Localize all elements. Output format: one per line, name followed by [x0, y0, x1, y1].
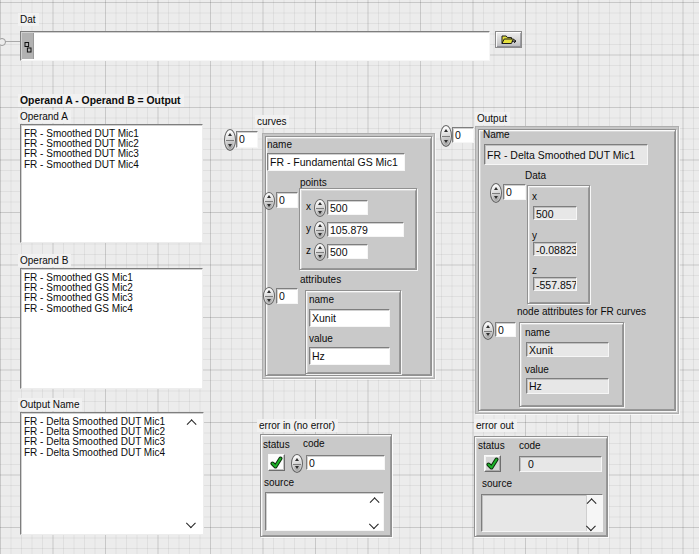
output-index-value[interactable]: 0	[452, 127, 474, 143]
increment-arrow-icon[interactable]	[267, 195, 271, 198]
error-in-label: error in (no error)	[257, 419, 338, 432]
node-attribute-name-indicator: Xunit	[526, 342, 609, 357]
attributes-label: attributes	[300, 274, 341, 285]
section-header: Operand A - Operand B = Output	[18, 94, 184, 107]
decrement-arrow-icon[interactable]	[318, 233, 322, 236]
operand-a-label: Operand A	[18, 110, 71, 123]
error-out-source-label: source	[482, 478, 512, 489]
data-z-label: z	[532, 265, 537, 276]
operand-b-listbox[interactable]: FR - Smoothed GS Mic1FR - Smoothed GS Mi…	[20, 268, 203, 389]
data-z-indicator: -557.857	[533, 277, 577, 291]
node-attribute-value-indicator: Hz	[526, 378, 609, 394]
spinner-divider	[442, 136, 450, 137]
error-out-status-label: status	[478, 440, 505, 451]
error-in-status-button[interactable]	[268, 454, 285, 471]
attribute-name-input[interactable]: Xunit	[309, 309, 390, 327]
increment-arrow-icon[interactable]	[318, 202, 322, 205]
point-z-spinner[interactable]	[314, 243, 326, 261]
path-label: Dat	[18, 13, 39, 26]
data-index-value[interactable]: 0	[503, 184, 526, 200]
point-y-input[interactable]: 105.879	[327, 222, 404, 237]
point-z-input[interactable]: 500	[327, 244, 368, 259]
path-type-strip	[22, 33, 34, 59]
decrement-arrow-icon[interactable]	[486, 333, 490, 336]
data-label: Data	[525, 170, 546, 181]
spinner-divider	[226, 140, 234, 141]
curves-label: curves	[255, 115, 289, 128]
point-x-label: x	[306, 201, 311, 212]
data-y-label: y	[532, 230, 537, 241]
error-in-code-input[interactable]: 0	[306, 455, 385, 470]
attribute-value-label: value	[309, 333, 333, 344]
decrement-arrow-icon[interactable]	[267, 299, 271, 302]
decrement-arrow-icon[interactable]	[295, 466, 299, 469]
green-check-icon	[486, 457, 499, 470]
attributes-index-spinner[interactable]	[263, 287, 275, 305]
increment-arrow-icon[interactable]	[486, 325, 490, 328]
path-input[interactable]	[20, 31, 490, 61]
increment-arrow-icon[interactable]	[295, 458, 299, 461]
data-x-label: x	[532, 191, 537, 202]
spinner-divider	[293, 464, 301, 465]
points-index-value[interactable]: 0	[276, 192, 298, 208]
point-z-label: z	[306, 245, 311, 256]
decrement-arrow-icon[interactable]	[444, 140, 448, 143]
green-check-icon	[270, 456, 283, 469]
node-attribute-value-label: value	[525, 364, 549, 375]
operand-a-listbox[interactable]: FR - Smoothed DUT Mic1FR - Smoothed DUT …	[20, 124, 203, 243]
point-x-spinner[interactable]	[314, 199, 326, 217]
decrement-arrow-icon[interactable]	[228, 144, 232, 147]
decrement-arrow-icon[interactable]	[318, 255, 322, 258]
curves-index-spinner[interactable]	[224, 129, 236, 151]
list-item[interactable]: FR - Smoothed GS Mic4	[24, 304, 202, 314]
data-index-spinner[interactable]	[490, 183, 502, 203]
error-out-code-indicator: 0	[519, 456, 602, 472]
spinner-divider	[492, 193, 500, 194]
error-out-code-label: code	[519, 440, 541, 451]
spinner-divider	[316, 208, 324, 209]
increment-arrow-icon[interactable]	[444, 129, 448, 132]
path-glyph-icon	[24, 42, 32, 53]
data-y-indicator: -0.08823	[533, 242, 577, 256]
output-name-field-label: Name	[483, 129, 510, 140]
increment-arrow-icon[interactable]	[228, 133, 232, 136]
output-name-listbox[interactable]: FR - Delta Smoothed DUT Mic1FR - Delta S…	[20, 412, 204, 535]
error-in-code-spinner[interactable]	[291, 454, 303, 473]
increment-arrow-icon[interactable]	[318, 246, 322, 249]
curves-index-value[interactable]: 0	[236, 131, 258, 148]
points-index-spinner[interactable]	[263, 192, 275, 210]
browse-button[interactable]	[495, 31, 522, 48]
list-item[interactable]: FR - Delta Smoothed DUT Mic4	[24, 448, 203, 458]
decrement-arrow-icon[interactable]	[267, 204, 271, 207]
node-attributes-label: node attributes for FR curves	[517, 306, 646, 317]
increment-arrow-icon[interactable]	[318, 224, 322, 227]
output-index-spinner[interactable]	[440, 125, 452, 147]
error-out-source-indicator	[481, 494, 603, 532]
increment-arrow-icon[interactable]	[267, 290, 271, 293]
point-y-spinner[interactable]	[314, 221, 326, 239]
list-item[interactable]: FR - Smoothed DUT Mic4	[24, 160, 202, 170]
spinner-divider	[265, 201, 273, 202]
output-label: Output	[475, 112, 510, 125]
point-y-label: y	[306, 223, 311, 234]
decrement-arrow-icon[interactable]	[494, 196, 498, 199]
node-attribute-name-label: name	[525, 327, 550, 338]
error-in-source-input[interactable]	[265, 492, 384, 531]
data-x-indicator: 500	[533, 206, 577, 220]
output-name-label: Output Name	[18, 398, 82, 411]
curves-name-label: name	[267, 139, 292, 150]
open-folder-icon	[501, 34, 517, 45]
increment-arrow-icon[interactable]	[494, 187, 498, 190]
error-in-status-label: status	[263, 439, 290, 450]
attributes-index-value[interactable]: 0	[276, 288, 298, 304]
node-attributes-index-spinner[interactable]	[482, 321, 494, 340]
node-attributes-index-value[interactable]: 0	[495, 322, 516, 337]
attribute-value-input[interactable]: Hz	[309, 347, 390, 365]
labview-front-panel: Dat Operand A - Operand B = Output Opera…	[0, 0, 699, 554]
error-in-source-label: source	[264, 477, 294, 488]
curves-name-input[interactable]: FR - Fundamental GS Mic1	[267, 153, 405, 171]
point-x-input[interactable]: 500	[327, 200, 368, 215]
error-out-status-indicator	[484, 455, 501, 472]
spinner-divider	[316, 252, 324, 253]
decrement-arrow-icon[interactable]	[318, 211, 322, 214]
